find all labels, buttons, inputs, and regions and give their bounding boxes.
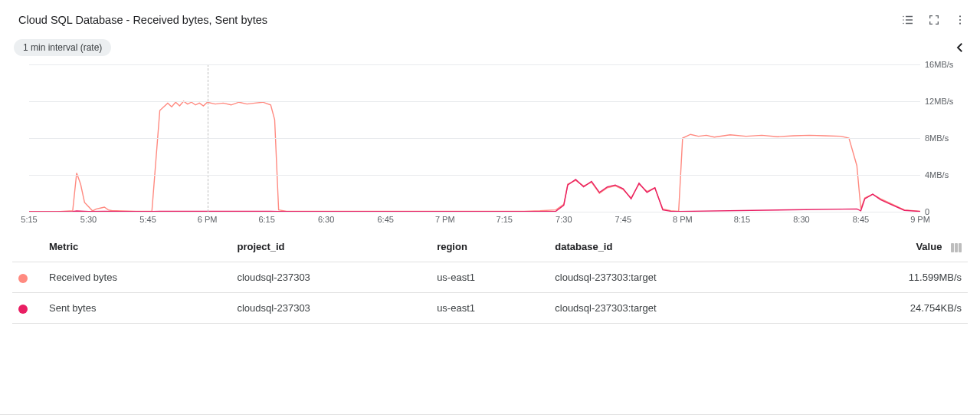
swatch-cell [12,262,43,293]
x-tick-label: 6:15 [258,215,274,224]
fullscreen-button[interactable] [923,9,945,31]
legend-table: Metric project_id region database_id Val… [12,232,968,324]
panel-title: Cloud SQL Database - Received bytes, Sen… [18,14,267,26]
gridline [29,175,920,176]
value-cell: 11.599MB/s [814,262,968,293]
gridline [29,212,920,212]
legend-body: Received bytescloudsql-237303us-east1clo… [12,262,968,324]
gridline [29,101,920,102]
legend-header-value-text: Value [916,241,942,252]
legend-header-value[interactable]: Value [814,232,968,262]
legend-header-row: Metric project_id region database_id Val… [12,232,968,262]
x-axis: 5:155:305:456 PM6:156:306:457 PM7:157:30… [29,215,920,226]
x-tick-label: 6 PM [198,215,218,224]
svg-point-7 [959,19,961,21]
svg-point-5 [903,23,904,25]
x-tick-label: 8 PM [673,215,693,224]
x-tick-label: 7:15 [497,215,513,224]
more-vert-icon [954,14,966,26]
legend-header-project[interactable]: project_id [231,232,431,262]
x-tick-label: 7:30 [556,215,572,224]
region-cell: us-east1 [431,293,549,324]
table-row[interactable]: Sent bytescloudsql-237303us-east1cloudsq… [12,293,968,324]
collapse-button[interactable] [951,38,969,57]
list-icon [901,13,915,27]
y-tick-label: 4MB/s [925,170,962,180]
series-line [29,180,920,212]
series-swatch [18,305,28,314]
chevron-left-icon [953,41,967,54]
project-cell: cloudsql-237303 [231,262,431,293]
legend-header-region[interactable]: region [431,232,549,262]
svg-point-3 [903,16,904,18]
x-tick-label: 8:30 [793,215,809,224]
svg-point-8 [959,23,961,25]
interval-chip[interactable]: 1 min interval (rate) [14,39,111,56]
database-cell: cloudsql-237303:target [549,262,814,293]
more-menu-button[interactable] [949,9,971,31]
project-cell: cloudsql-237303 [231,293,431,324]
gridline [29,64,920,65]
gridline [29,138,920,139]
x-tick-label: 5:15 [21,215,37,224]
columns-icon[interactable] [951,243,962,252]
series-line [29,101,920,212]
legend-header-database[interactable]: database_id [549,232,814,262]
x-tick-label: 5:30 [80,215,97,224]
fullscreen-icon [928,14,940,26]
x-tick-label: 7 PM [435,215,455,224]
y-tick-label: 0 [925,207,962,216]
panel-actions [897,9,971,31]
series-swatch [18,274,28,283]
metric-panel: Cloud SQL Database - Received bytes, Sen… [0,0,980,415]
x-tick-label: 5:45 [139,215,156,224]
database-cell: cloudsql-237303:target [549,293,814,324]
chart-area[interactable]: 5:155:305:456 PM6:156:306:457 PM7:157:30… [18,64,962,226]
y-tick-label: 8MB/s [925,133,962,143]
panel-subheader: 1 min interval (rate) [6,34,974,57]
swatch-cell [12,293,43,324]
metric-cell: Sent bytes [43,293,231,324]
legend-header-swatch [12,232,43,262]
legend-header-metric[interactable]: Metric [43,232,231,262]
table-row[interactable]: Received bytescloudsql-237303us-east1clo… [12,262,968,293]
x-tick-label: 7:45 [615,215,631,224]
svg-point-6 [959,15,961,17]
y-tick-label: 16MB/s [925,60,962,69]
x-tick-label: 8:45 [853,215,869,224]
x-tick-label: 8:15 [734,215,750,224]
svg-point-4 [903,19,904,21]
x-tick-label: 6:45 [377,215,393,224]
legend-toggle-button[interactable] [897,9,919,31]
panel-header: Cloud SQL Database - Received bytes, Sen… [6,9,974,34]
region-cell: us-east1 [431,262,549,293]
value-cell: 24.754KB/s [814,293,968,324]
y-tick-label: 12MB/s [925,97,962,106]
metric-cell: Received bytes [43,262,231,293]
x-tick-label: 6:30 [318,215,334,224]
